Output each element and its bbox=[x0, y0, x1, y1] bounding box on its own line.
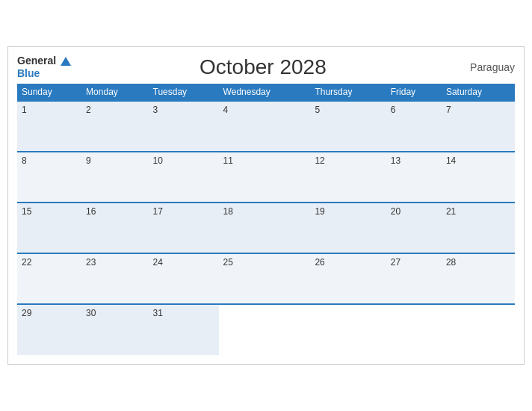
day-number: 14 bbox=[446, 155, 456, 166]
day-number: 17 bbox=[153, 206, 163, 217]
calendar-cell: 17 bbox=[149, 203, 219, 253]
day-number: 31 bbox=[153, 308, 163, 318]
calendar-cell: 30 bbox=[81, 304, 148, 355]
calendar-cell: 24 bbox=[149, 253, 219, 304]
calendar-tbody: 1234567891011121314151617181920212223242… bbox=[17, 101, 515, 355]
calendar-week-row: 1234567 bbox=[17, 101, 515, 152]
calendar-cell: 31 bbox=[149, 304, 219, 355]
calendar-header: General Blue October 2028 Paraguay bbox=[17, 55, 515, 80]
days-header-row: Sunday Monday Tuesday Wednesday Thursday… bbox=[17, 84, 515, 101]
day-number: 19 bbox=[315, 206, 324, 217]
logo-triangle-icon bbox=[61, 57, 71, 66]
day-number: 5 bbox=[315, 105, 320, 115]
calendar-cell: 18 bbox=[219, 203, 311, 253]
day-number: 13 bbox=[391, 155, 400, 166]
calendar-week-row: 22232425262728 bbox=[17, 253, 515, 304]
calendar-cell: 13 bbox=[386, 152, 442, 203]
calendar-cell bbox=[442, 304, 515, 355]
calendar-cell: 21 bbox=[442, 203, 515, 253]
calendar-cell: 19 bbox=[310, 203, 386, 253]
calendar-cell: 6 bbox=[386, 101, 442, 152]
calendar-cell: 25 bbox=[219, 253, 311, 304]
logo-blue-text: Blue bbox=[17, 67, 40, 79]
day-number: 10 bbox=[153, 155, 163, 166]
calendar-cell: 12 bbox=[310, 152, 386, 203]
calendar-week-row: 15161718192021 bbox=[17, 203, 515, 253]
calendar-cell: 11 bbox=[219, 152, 311, 203]
calendar-cell: 9 bbox=[81, 152, 148, 203]
header-saturday: Saturday bbox=[442, 84, 515, 101]
country-label: Paraguay bbox=[455, 61, 515, 73]
day-number: 20 bbox=[391, 206, 400, 217]
day-number: 21 bbox=[446, 206, 456, 217]
day-number: 8 bbox=[22, 155, 27, 166]
day-number: 26 bbox=[315, 257, 324, 268]
calendar-cell: 28 bbox=[442, 253, 515, 304]
day-number: 12 bbox=[315, 155, 324, 166]
day-number: 18 bbox=[223, 206, 233, 217]
calendar-cell bbox=[310, 304, 386, 355]
calendar-cell: 10 bbox=[149, 152, 219, 203]
header-monday: Monday bbox=[81, 84, 148, 101]
day-number: 1 bbox=[22, 105, 27, 115]
calendar-cell: 22 bbox=[17, 253, 81, 304]
calendar-cell: 14 bbox=[442, 152, 515, 203]
day-number: 29 bbox=[22, 308, 31, 318]
calendar-thead: Sunday Monday Tuesday Wednesday Thursday… bbox=[17, 84, 515, 101]
calendar-cell bbox=[219, 304, 311, 355]
day-number: 25 bbox=[223, 257, 233, 268]
day-number: 3 bbox=[153, 105, 158, 115]
day-number: 28 bbox=[446, 257, 456, 268]
calendar-week-row: 891011121314 bbox=[17, 152, 515, 203]
calendar-cell bbox=[386, 304, 442, 355]
day-number: 9 bbox=[86, 155, 91, 166]
day-number: 2 bbox=[86, 105, 91, 115]
header-sunday: Sunday bbox=[17, 84, 81, 101]
calendar-title: October 2028 bbox=[71, 55, 455, 79]
calendar-cell: 8 bbox=[17, 152, 81, 203]
calendar-cell: 23 bbox=[81, 253, 148, 304]
calendar-cell: 3 bbox=[149, 101, 219, 152]
calendar: General Blue October 2028 Paraguay Sunda… bbox=[7, 46, 525, 365]
calendar-cell: 1 bbox=[17, 101, 81, 152]
calendar-cell: 5 bbox=[310, 101, 386, 152]
calendar-cell: 7 bbox=[442, 101, 515, 152]
day-number: 27 bbox=[391, 257, 400, 268]
day-number: 22 bbox=[22, 257, 31, 268]
header-tuesday: Tuesday bbox=[149, 84, 219, 101]
logo-top: General bbox=[17, 55, 71, 67]
day-number: 4 bbox=[223, 105, 229, 115]
header-thursday: Thursday bbox=[310, 84, 386, 101]
calendar-table: Sunday Monday Tuesday Wednesday Thursday… bbox=[17, 84, 515, 355]
day-number: 23 bbox=[86, 257, 96, 268]
logo-general-text: General bbox=[17, 55, 56, 67]
calendar-cell: 16 bbox=[81, 203, 148, 253]
day-number: 6 bbox=[391, 105, 396, 115]
day-number: 15 bbox=[22, 206, 31, 217]
calendar-cell: 29 bbox=[17, 304, 81, 355]
day-number: 16 bbox=[86, 206, 96, 217]
logo: General Blue bbox=[17, 55, 71, 80]
header-friday: Friday bbox=[386, 84, 442, 101]
day-number: 7 bbox=[446, 105, 451, 115]
day-number: 30 bbox=[86, 308, 96, 318]
header-wednesday: Wednesday bbox=[219, 84, 311, 101]
day-number: 11 bbox=[223, 155, 233, 166]
calendar-cell: 2 bbox=[81, 101, 148, 152]
calendar-cell: 27 bbox=[386, 253, 442, 304]
calendar-cell: 15 bbox=[17, 203, 81, 253]
day-number: 24 bbox=[153, 257, 163, 268]
calendar-cell: 26 bbox=[310, 253, 386, 304]
calendar-cell: 4 bbox=[219, 101, 311, 152]
calendar-cell: 20 bbox=[386, 203, 442, 253]
calendar-week-row: 293031 bbox=[17, 304, 515, 355]
